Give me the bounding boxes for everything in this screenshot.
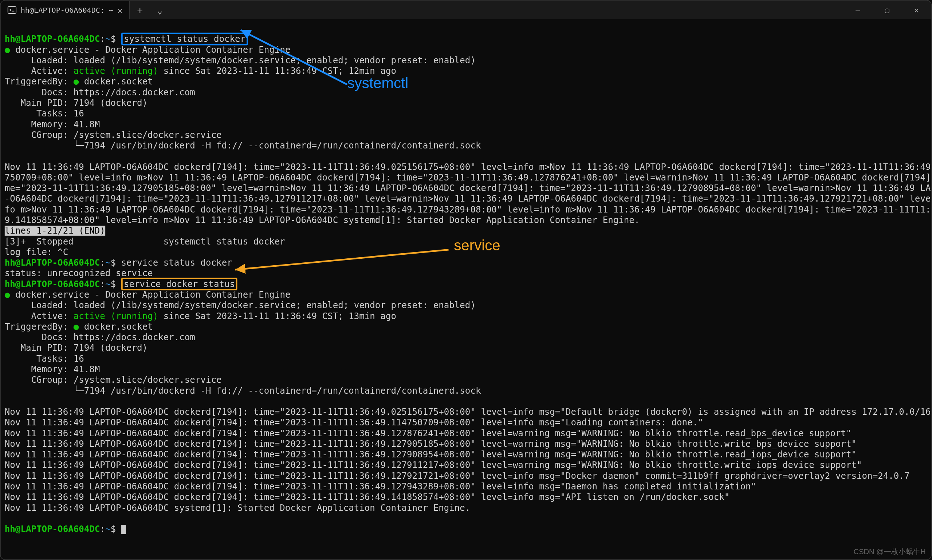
log-line: Nov 11 11:36:49 LAPTOP-O6A604DC dockerd[… (5, 439, 856, 449)
minimize-button[interactable]: — (843, 1, 873, 19)
close-window-button[interactable]: ✕ (902, 1, 931, 19)
terminal-icon (7, 5, 17, 15)
terminal-tab[interactable]: hh@LAPTOP-O6A604DC: ~ ✕ (1, 1, 130, 19)
log-line: Nov 11 11:36:49 LAPTOP-O6A604DC dockerd[… (5, 492, 730, 502)
log-line: me="2023-11-11T11:36:49.127905185+08:00"… (5, 183, 932, 193)
log-line: Nov 11 11:36:49 LAPTOP-O6A604DC dockerd[… (5, 162, 932, 172)
maximize-button[interactable]: ▢ (872, 1, 902, 19)
log-line: Nov 11 11:36:49 LAPTOP-O6A604DC dockerd[… (5, 417, 703, 427)
status-dot-icon: ● (5, 45, 10, 55)
log-line: Nov 11 11:36:49 LAPTOP-O6A604DC dockerd[… (5, 449, 856, 459)
tab-title: hh@LAPTOP-O6A604DC: ~ (21, 6, 114, 15)
tab-close-button[interactable]: ✕ (117, 5, 122, 15)
active-state: active (running) (74, 66, 158, 76)
log-line: Nov 11 11:36:49 LAPTOP-O6A604DC dockerd[… (5, 428, 852, 438)
service-title: docker.service - Docker Application Cont… (15, 45, 291, 55)
watermark: CSDN @一枚小蜗牛H (854, 546, 926, 556)
log-line: fo m>Nov 11 11:36:49 LAPTOP-O6A604DC doc… (5, 205, 932, 214)
log-line: Nov 11 11:36:49 LAPTOP-O6A604DC systemd[… (5, 503, 471, 513)
tab-dropdown-button[interactable]: ⌄ (150, 1, 170, 19)
cursor-icon (121, 525, 126, 534)
annotation-systemctl: systemctl (347, 78, 408, 88)
arrow-orange-icon (229, 243, 455, 277)
titlebar: hh@LAPTOP-O6A604DC: ~ ✕ + ⌄ — ▢ ✕ (1, 1, 931, 19)
svg-line-2 (235, 249, 449, 270)
log-line: Nov 11 11:36:49 LAPTOP-O6A604DC dockerd[… (5, 407, 932, 417)
new-tab-button[interactable]: + (130, 1, 150, 19)
prompt-user: hh@LAPTOP-O6A604DC (5, 34, 100, 44)
terminal-output[interactable]: hh@LAPTOP-O6A604DC:~$ systemctl status d… (1, 19, 931, 560)
stopped-job: [3]+ Stopped systemctl status docker (5, 237, 285, 246)
error-message: status: unrecognized service (5, 268, 153, 278)
log-line: Nov 11 11:36:49 LAPTOP-O6A604DC dockerd[… (5, 482, 756, 491)
command-systemctl: systemctl status docker (121, 33, 248, 46)
log-line: -O6A604DC dockerd[7194]: time="2023-11-1… (5, 194, 932, 204)
log-line: 9.141858574+08:00" level=info m>Nov 11 1… (5, 215, 640, 225)
pager-status: lines 1-21/21 (END) (5, 226, 105, 235)
command-service-wrong: service status docker (121, 258, 232, 268)
log-line: Nov 11 11:36:49 LAPTOP-O6A604DC dockerd[… (5, 471, 910, 481)
log-line: Nov 11 11:36:49 LAPTOP-O6A604DC dockerd[… (5, 460, 862, 470)
command-service: service docker status (121, 278, 238, 290)
svg-rect-0 (8, 6, 16, 14)
annotation-service: service (454, 240, 500, 251)
log-line: 750709+08:00" level=info m>Nov 11 11:36:… (5, 172, 932, 182)
